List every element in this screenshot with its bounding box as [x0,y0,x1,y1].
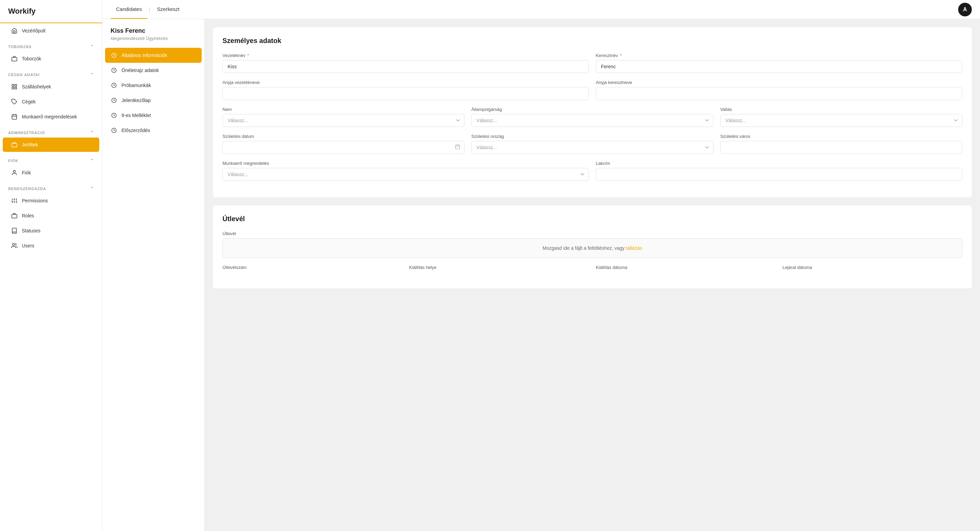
left-menu-probamunkak[interactable]: Próbamunkák [102,78,204,93]
sidebar-section-toborzas: TOBORZÁS ⌃ [0,38,102,51]
left-menu-melleklet[interactable]: 9-es Melléklet [102,108,204,123]
collapse-toborzas[interactable]: ⌃ [90,45,94,49]
topbar-nav: Candidates | Szerkeszt [111,0,185,19]
sidebar-item-statuses[interactable]: Statuses [3,224,99,238]
left-menu-label: Jelentkezőlap [121,98,151,103]
sidebar-item-toborzok[interactable]: Toborzók [3,51,99,66]
sidebar: Workify Vezérlőpult TOBORZÁS ⌃ Toborzók … [0,0,102,531]
utlevelszam-label: Útlevélszám [223,265,402,270]
utlevel-upload-area[interactable]: Mozgasd ide a fájlt a feltöltéshez, vagy… [223,238,962,258]
sidebar-item-label: Vezérlőpult [22,28,45,33]
collapse-cegek[interactable]: ⌃ [90,72,94,77]
vallas-label: Vallás [720,107,962,112]
sidebar-item-label: Szálláshelyek [22,84,51,89]
anya-row: Anyja vezetékneve Anyja keresztneve [223,80,962,100]
collapse-rendszergazda[interactable]: ⌃ [90,186,94,191]
vallas-select[interactable]: Válassz... [720,114,962,127]
left-menu-label: Előszerződés [121,128,150,133]
users-icon [11,242,18,249]
munkaeromegrendeles-select[interactable]: Válassz... [223,168,589,181]
left-panel: Kiss Ferenc Idegenrendészeti Ügyintézés … [102,19,205,531]
svg-rect-4 [15,87,17,89]
left-menu-label: Önéletrajz adatok [121,68,159,73]
anya-vezetekneve-input[interactable] [223,87,589,100]
sidebar-section-rendszergazda: RENDSZERGAZDA ⌃ [0,180,102,193]
vezeteknev-input[interactable] [223,60,589,73]
anya-keresztneve-input[interactable] [596,87,962,100]
svg-rect-2 [15,84,17,86]
sidebar-item-label: Fiók [22,170,31,175]
form-area: Személyes adatok Vezetéknév * Keresztnév… [205,19,980,531]
left-menu-altalanos[interactable]: Általános Információk [105,48,202,63]
szuletesi-orszag-select[interactable]: Válassz... [471,141,713,154]
sidebar-item-label: Statuses [22,228,40,234]
avatar: A [958,3,972,16]
home-icon [11,27,18,34]
sidebar-item-label: Permissions [22,198,48,203]
clock-icon [111,52,118,59]
sidebar-item-fiok[interactable]: Fiók [3,165,99,180]
personal-section: Személyes adatok Vezetéknév * Keresztnév… [213,27,972,197]
munkaeromegrendeles-row: Munkaerő megrendelés Válassz... Lakcím [223,161,962,181]
tab-candidates[interactable]: Candidates [111,0,147,19]
allampolgarsag-select[interactable]: Válassz... [471,114,713,127]
szuletesi-datum-label: Születési dátum [223,134,465,139]
nem-label: Nem [223,107,465,112]
szuletesi-varos-input[interactable] [720,141,962,154]
personal-section-title: Személyes adatok [223,37,962,45]
left-menu-eloszerzodes[interactable]: Előszerződés [102,123,204,138]
sidebar-item-users[interactable]: Users [3,238,99,253]
svg-rect-0 [12,57,17,61]
clock4-icon [111,97,118,104]
svg-rect-10 [12,143,17,147]
szuletesi-varos-group: Születési város [720,134,962,154]
szuletesi-datum-wrapper [223,141,465,154]
svg-rect-3 [12,87,14,89]
anya-vezetekneve-label: Anyja vezetékneve [223,80,589,85]
svg-rect-6 [12,114,17,119]
lejarati-datum-group: Lejárat dátuma [783,265,962,272]
candidate-sub: Idegenrendészeti Ügyintézés [102,35,204,48]
lakcim-input[interactable] [596,168,962,181]
sidebar-item-label: Cégek [22,99,35,105]
briefcase-icon [11,55,18,62]
collapse-fiok[interactable]: ⌃ [90,158,94,163]
candidate-name: Kiss Ferenc [102,27,204,35]
content-area: Kiss Ferenc Idegenrendészeti Ügyintézés … [102,19,980,531]
left-menu-label: Általános Információk [121,52,167,58]
sidebar-item-roles[interactable]: Roles [3,208,99,223]
keresztnev-label: Keresztnév * [596,53,962,58]
utlevel-upload-group: Útlevél Mozgasd ide a fájlt a feltöltésh… [223,231,962,258]
collapse-admin[interactable]: ⌃ [90,130,94,135]
book-icon [11,227,18,234]
passport-section: Útlevél Útlevél Mozgasd ide a fájlt a fe… [213,205,972,288]
nem-select[interactable]: Válassz... [223,114,465,127]
svg-point-11 [13,170,15,172]
user-icon [11,169,18,176]
sidebar-item-vezerlpult[interactable]: Vezérlőpult [3,24,99,38]
lakcim-group: Lakcím [596,161,962,181]
left-menu-jelentkezolap[interactable]: Jelentkezőlap [102,93,204,108]
keresztnev-input[interactable] [596,60,962,73]
grid-icon [11,83,18,90]
szuletesi-datum-group: Születési dátum [223,134,465,154]
keresztnev-group: Keresztnév * [596,53,962,73]
left-menu-oneletrajz[interactable]: Önéletrajz adatok [102,63,204,78]
left-menu-label: 9-es Melléklet [121,113,151,118]
tab-szerkeszt[interactable]: Szerkeszt [151,0,185,19]
vallas-group: Vallás Válassz... [720,107,962,127]
szuletesi-varos-label: Születési város [720,134,962,139]
clock2-icon [111,67,118,74]
munkaeromegrendeles-group: Munkaerő megrendelés Válassz... [223,161,589,181]
sidebar-item-jeloltek[interactable]: Jelöltek [3,138,99,152]
app-logo: Workify [0,0,102,23]
sidebar-item-munkaeromegrendelesek[interactable]: Munkaerő megrendelések [3,110,99,124]
sidebar-item-cegek[interactable]: Cégek [3,95,99,109]
sidebar-item-szallashelyek[interactable]: Szálláshelyek [3,79,99,94]
sidebar-item-permissions[interactable]: Permissions [3,194,99,208]
clock5-icon [111,112,118,119]
kiallitas-datuma-label: Kiállítás dátuma [596,265,776,270]
upload-link[interactable]: tallózás [626,245,642,251]
passport-bottom-row: Útlevélszám Kiállítás helye Kiállítás dá… [223,265,962,272]
szuletesi-datum-input[interactable] [223,141,465,154]
